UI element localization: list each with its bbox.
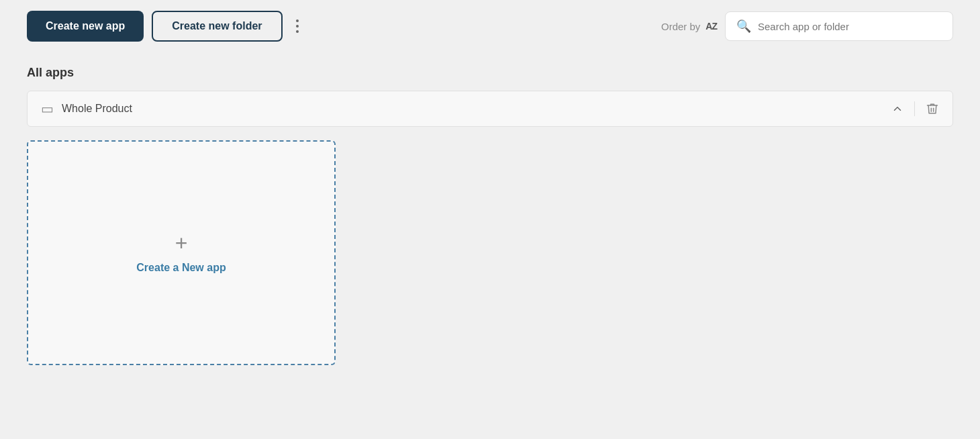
section-title: All apps <box>27 66 953 80</box>
chevron-up-icon <box>891 103 903 115</box>
collapse-folder-button[interactable] <box>891 103 903 115</box>
create-card-prefix: Create a <box>136 262 182 273</box>
folder-name: Whole Product <box>62 103 891 115</box>
more-menu-button[interactable] <box>291 14 304 38</box>
az-icon: AZ <box>705 21 717 32</box>
folder-icon: ▭ <box>41 101 54 117</box>
delete-folder-button[interactable] <box>926 102 939 115</box>
vertical-divider <box>914 101 915 116</box>
top-bar: Create new app Create new folder Order b… <box>0 0 980 52</box>
main-content: All apps ▭ Whole Product <box>0 52 980 379</box>
search-icon: 🔍 <box>736 19 751 34</box>
search-input[interactable] <box>758 21 942 32</box>
create-new-app-card[interactable]: + Create a New app <box>27 140 336 365</box>
three-dots-icon <box>296 19 299 33</box>
folder-actions <box>891 101 939 116</box>
folder-row[interactable]: ▭ Whole Product <box>27 91 953 127</box>
plus-icon: + <box>175 232 188 254</box>
create-new-folder-button[interactable]: Create new folder <box>152 11 282 42</box>
create-card-label: Create a New app <box>136 262 226 274</box>
search-container: 🔍 <box>725 11 953 41</box>
create-card-highlight: New app <box>182 262 226 273</box>
order-by-section: Order by AZ <box>661 21 717 32</box>
trash-icon <box>926 102 939 115</box>
apps-grid: + Create a New app <box>27 140 953 365</box>
create-new-app-button[interactable]: Create new app <box>27 11 144 42</box>
order-by-label: Order by <box>661 21 700 32</box>
